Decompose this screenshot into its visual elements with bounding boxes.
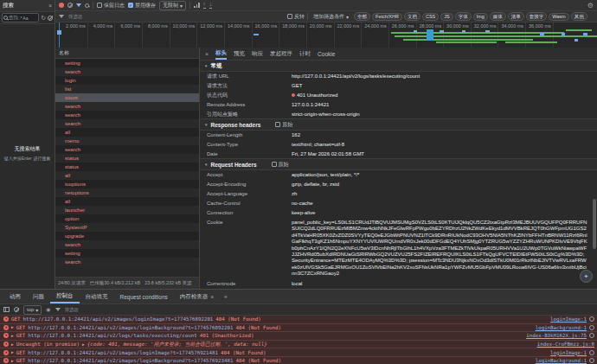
message-url-link[interactable]: http://127.0.0.1:24421/api/v2/logs/tasks… bbox=[28, 333, 196, 338]
expand-icon[interactable]: ▶ bbox=[11, 334, 14, 338]
preserve-log-checkbox[interactable]: 保留日志 bbox=[97, 2, 125, 10]
checkbox-unchecked[interactable] bbox=[97, 3, 102, 8]
invert-checkbox[interactable]: 反转 bbox=[287, 13, 305, 21]
expand-icon[interactable]: ▶ bbox=[82, 342, 85, 347]
source-link[interactable]: loginBackground:1 bbox=[536, 358, 587, 363]
search-input[interactable]: 查找 .* Aa bbox=[2, 13, 39, 22]
request-row-setting[interactable]: setting bbox=[55, 59, 199, 67]
message-url-link[interactable]: http://127.0.0.1:24421/api/v2/images/log… bbox=[28, 325, 233, 330]
drawer-tab-item[interactable]: 内存检查器× bbox=[174, 290, 221, 303]
message-url-link[interactable]: http://127.0.0.1:24421/api/v2/images/log… bbox=[28, 358, 233, 363]
filter-chip-js[interactable]: JS bbox=[440, 13, 453, 21]
general-section-header[interactable]: ▼ 常规 bbox=[200, 60, 597, 72]
filter-chip-item[interactable]: 字体 bbox=[455, 12, 472, 21]
source-link[interactable]: index-B3kH162X.js:75 bbox=[526, 333, 587, 338]
clear-search-icon[interactable] bbox=[48, 16, 53, 21]
checkbox-unchecked[interactable] bbox=[287, 14, 292, 19]
console-filter-input[interactable]: 筛选器 bbox=[65, 307, 80, 313]
filter-chip-img[interactable]: Img bbox=[473, 13, 488, 21]
checkbox-unchecked[interactable] bbox=[272, 162, 277, 167]
request-row-status[interactable]: status bbox=[55, 154, 199, 163]
explain-error-icon[interactable] bbox=[589, 325, 594, 330]
object-preview[interactable]: {code: 401, message: '用户未登录; 当前会话已过期。', … bbox=[87, 341, 267, 348]
ai-assistant-button[interactable]: ✦ bbox=[580, 270, 593, 283]
tab-item[interactable]: 发起程序 bbox=[270, 48, 292, 60]
import-har-icon[interactable]: ↑ bbox=[203, 2, 206, 9]
network-filter-input[interactable]: 筛选器 bbox=[67, 13, 285, 21]
context-selector[interactable]: top ▾ bbox=[23, 305, 42, 315]
expand-icon[interactable]: ▶ bbox=[11, 359, 14, 363]
filter-chip-item[interactable]: 清单 bbox=[508, 12, 524, 21]
request-row-status[interactable]: status bbox=[55, 163, 199, 171]
request-row-systemip[interactable]: SystemIP bbox=[55, 223, 199, 232]
network-conditions-icon[interactable] bbox=[194, 3, 200, 8]
export-har-icon[interactable]: ↓ bbox=[209, 2, 212, 9]
drawer-tab-item[interactable]: 问题 bbox=[27, 290, 50, 303]
request-row-all[interactable]: all bbox=[55, 197, 199, 206]
disable-cache-checkbox[interactable]: ✓ 禁用缓存 bbox=[128, 2, 156, 10]
match-case-toggle[interactable]: Aa bbox=[22, 16, 28, 21]
waterfall-overview[interactable]: 2,000 ms4,000 ms6,000 ms8,000 ms10,000 m… bbox=[55, 22, 597, 48]
network-search-icon[interactable] bbox=[85, 3, 89, 8]
filter-chip-css[interactable]: CSS bbox=[422, 13, 439, 21]
source-link[interactable]: loginImage:1 bbox=[550, 316, 587, 322]
response-headers-section-header[interactable]: ▼ Response headers 原始 bbox=[200, 118, 597, 131]
throttling-dropdown[interactable]: 无限制 ▾ bbox=[159, 1, 186, 10]
scrollbar-thumb[interactable] bbox=[593, 199, 596, 249]
tab-cookie[interactable]: Cookie bbox=[318, 48, 335, 60]
request-row-option[interactable]: option bbox=[55, 214, 199, 223]
regex-toggle[interactable]: .* bbox=[19, 16, 22, 21]
request-row-upgrade[interactable]: upgrade bbox=[55, 232, 199, 240]
explain-error-icon[interactable] bbox=[589, 350, 594, 355]
checkbox-checked[interactable]: ✓ bbox=[128, 3, 133, 8]
request-row-memo[interactable]: memo bbox=[55, 137, 199, 145]
eye-icon[interactable]: ◉ bbox=[46, 307, 50, 313]
filter-chip-wasm[interactable]: Wasm bbox=[549, 13, 568, 21]
close-details-icon[interactable]: × bbox=[205, 51, 209, 57]
request-row-launcher[interactable]: launcher bbox=[55, 206, 199, 214]
close-tab-icon[interactable]: × bbox=[210, 294, 214, 300]
clear-console-icon[interactable] bbox=[14, 307, 19, 312]
raw-request-checkbox[interactable]: 原始 bbox=[272, 161, 289, 169]
request-row-search[interactable]: search bbox=[55, 102, 199, 111]
raw-response-checkbox[interactable]: 原始 bbox=[275, 121, 292, 129]
checkbox-unchecked[interactable] bbox=[275, 122, 280, 127]
request-row-search[interactable]: search bbox=[55, 119, 199, 128]
filter-chip-item[interactable]: 媒体 bbox=[490, 12, 506, 21]
request-row-search[interactable]: search bbox=[55, 67, 199, 76]
filter-toggle-icon[interactable] bbox=[76, 3, 81, 7]
tab-item[interactable]: 预览 bbox=[234, 48, 245, 60]
source-link[interactable]: loginImage:1 bbox=[550, 350, 587, 355]
request-row-all[interactable]: all bbox=[55, 128, 199, 137]
filter-chip-item[interactable]: 其他 bbox=[571, 12, 587, 21]
request-row-iooptions[interactable]: iooptions bbox=[55, 180, 199, 188]
message-url-link[interactable]: http://127.0.0.1:24421/api/v2/images/log… bbox=[22, 316, 213, 322]
request-row-setting[interactable]: setting bbox=[55, 249, 199, 258]
request-row-search[interactable]: search bbox=[55, 240, 199, 249]
filter-chip-item[interactable]: 文档 bbox=[404, 12, 420, 21]
source-link[interactable]: index-CroFBmzz.js:8 bbox=[537, 342, 594, 347]
request-row-all[interactable]: all bbox=[55, 171, 199, 180]
request-row-count[interactable]: count bbox=[55, 93, 199, 102]
expand-icon[interactable]: ▶ bbox=[11, 350, 14, 354]
filter-chip-item[interactable]: 套接字 bbox=[526, 12, 548, 21]
add-tab-icon[interactable]: + bbox=[220, 293, 231, 301]
expand-icon[interactable]: ▶ bbox=[11, 325, 14, 329]
filter-chip-fetch-xhr[interactable]: Fetch/XHR bbox=[372, 13, 402, 21]
record-icon[interactable] bbox=[59, 3, 64, 8]
drawer-tab-item[interactable]: 动画 bbox=[3, 290, 27, 303]
request-row-search[interactable]: search bbox=[55, 145, 199, 154]
source-link[interactable]: loginBackground:1 bbox=[536, 325, 587, 330]
request-row-search[interactable]: search bbox=[55, 258, 199, 266]
request-row-search[interactable]: search bbox=[55, 111, 199, 119]
tab-item[interactable]: 计时 bbox=[299, 48, 311, 60]
name-column-header[interactable]: 名称 bbox=[55, 48, 199, 59]
message-url-link[interactable]: http://127.0.0.1:24421/api/v2/images/log… bbox=[28, 350, 218, 355]
settings-gear-icon[interactable]: ⚙ bbox=[587, 3, 594, 9]
tab-item[interactable]: 响应 bbox=[252, 48, 263, 60]
request-headers-section-header[interactable]: ▼ Request Headers 原始 bbox=[200, 158, 597, 170]
clear-network-icon[interactable] bbox=[67, 3, 73, 8]
request-row-login[interactable]: login bbox=[55, 76, 199, 85]
tab-item[interactable]: 标头 bbox=[215, 48, 227, 60]
drawer-tab-item[interactable]: 控制台 bbox=[50, 290, 80, 303]
